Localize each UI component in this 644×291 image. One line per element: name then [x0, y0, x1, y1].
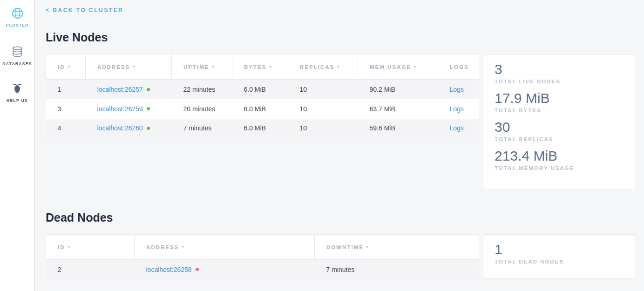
sort-arrow-icon: ▾	[68, 245, 71, 249]
summary-stat-total-memory-usage: 213.4 MiB TOTAL MEMORY USAGE	[495, 148, 624, 171]
cell-uptime: 22 minutes	[172, 80, 232, 99]
sidebar-item-cluster[interactable]: CLUSTER	[6, 6, 28, 27]
sidebar-item-help-us[interactable]: HELP US	[7, 81, 28, 103]
live-nodes-table: ID▾ ADDRESS▾ UPTIME▾ BYTES▾ REPLICAS▾ ME…	[46, 54, 479, 138]
col-header-address[interactable]: ADDRESS▾	[135, 235, 315, 260]
cell-replicas: 10	[288, 80, 358, 99]
col-header-replicas[interactable]: REPLICAS▾	[288, 54, 358, 80]
cell-address: localhost:26259	[86, 99, 172, 119]
dead-summary-card: 1 TOTAL DEAD NODES	[483, 234, 636, 278]
cell-replicas: 10	[288, 99, 358, 119]
col-header-id[interactable]: ID▾	[46, 235, 135, 260]
cell-id: 3	[46, 99, 86, 119]
summary-stat-total-dead-nodes: 1 TOTAL DEAD NODES	[495, 242, 624, 264]
cell-address: localhost:26260	[86, 119, 172, 138]
cell-logs: Logs	[438, 99, 479, 119]
cell-bytes: 6.0 MiB	[232, 80, 288, 99]
databases-icon	[9, 45, 25, 59]
dead-status-dot	[196, 268, 199, 271]
cell-mem-usage: 90.2 MiB	[358, 80, 438, 99]
dead-nodes-table: ID▾ ADDRESS▾ DOWNTIME▾ 2 localhost:26258…	[46, 234, 479, 279]
sort-arrow-icon: ▾	[366, 245, 369, 249]
sort-arrow-icon: ▾	[337, 65, 340, 69]
cell-uptime: 7 minutes	[172, 119, 232, 138]
stat-label: TOTAL DEAD NODES	[495, 259, 624, 264]
stat-value: 30	[495, 119, 624, 135]
sidebar-item-databases[interactable]: DATABASES	[2, 45, 32, 66]
stat-label: TOTAL LIVE NODES	[495, 79, 624, 84]
live-status-dot	[147, 88, 150, 91]
sidebar-item-label: DATABASES	[2, 61, 32, 66]
cell-bytes: 6.0 MiB	[232, 99, 288, 119]
table-row: 4 localhost:26260 7 minutes 6.0 MiB 10 5…	[46, 119, 479, 138]
cell-mem-usage: 63.7 MiB	[358, 99, 438, 119]
stat-value: 17.9 MiB	[495, 90, 624, 106]
cell-downtime: 7 minutes	[315, 260, 479, 279]
live-status-dot	[147, 107, 150, 110]
logs-link[interactable]: Logs	[450, 86, 464, 93]
sort-arrow-icon: ▾	[212, 65, 215, 69]
cell-uptime: 20 minutes	[172, 99, 232, 119]
col-header-address[interactable]: ADDRESS▾	[86, 54, 172, 80]
col-header-mem-usage[interactable]: MEM USAGE▾	[358, 54, 438, 80]
stat-label: TOTAL REPLICAS	[495, 136, 624, 142]
summary-stat-total-bytes: 17.9 MiB TOTAL BYTES	[495, 90, 624, 113]
table-row: 1 localhost:26257 22 minutes 6.0 MiB 10 …	[46, 80, 479, 99]
node-address-link[interactable]: localhost:26259	[97, 105, 143, 113]
stat-label: TOTAL BYTES	[495, 108, 624, 113]
sort-arrow-icon: ▾	[68, 65, 71, 69]
stat-label: TOTAL MEMORY USAGE	[495, 165, 624, 171]
dead-nodes-section: Dead Nodes ID▾ ADDRESS▾ DOWNTIME▾ 2 loc	[46, 211, 636, 279]
col-header-bytes[interactable]: BYTES▾	[232, 54, 288, 80]
cell-mem-usage: 59.6 MiB	[358, 119, 438, 138]
cell-logs: Logs	[438, 80, 479, 99]
node-address-link[interactable]: localhost:26260	[97, 124, 143, 132]
sort-arrow-icon: ▾	[414, 65, 417, 69]
col-header-downtime[interactable]: DOWNTIME▾	[315, 235, 479, 260]
logs-link[interactable]: Logs	[450, 105, 464, 113]
col-header-logs: LOGS	[438, 54, 479, 80]
sidebar: CLUSTER DATABASES HELP US	[0, 0, 35, 291]
cell-id: 4	[46, 119, 86, 138]
stat-value: 1	[495, 242, 624, 257]
cell-id: 2	[46, 260, 135, 279]
col-header-id[interactable]: ID▾	[46, 54, 86, 80]
summary-stat-total-live-nodes: 3 TOTAL LIVE NODES	[495, 61, 624, 84]
logs-link[interactable]: Logs	[450, 124, 464, 132]
node-address-link[interactable]: localhost:26257	[97, 86, 143, 93]
cell-address: localhost:26258	[135, 260, 315, 279]
dead-nodes-title: Dead Nodes	[46, 211, 636, 224]
live-status-dot	[147, 127, 150, 130]
col-header-uptime[interactable]: UPTIME▾	[172, 54, 232, 80]
table-row: 2 localhost:26258 7 minutes	[46, 260, 479, 279]
live-table-header-row: ID▾ ADDRESS▾ UPTIME▾ BYTES▾ REPLICAS▾ ME…	[46, 54, 479, 80]
cell-replicas: 10	[288, 119, 358, 138]
cell-address: localhost:26257	[86, 80, 172, 99]
globe-icon	[9, 6, 25, 20]
main-content: < BACK TO CLUSTER Live Nodes ID▾ ADDRESS…	[35, 0, 644, 279]
stat-value: 3	[495, 61, 624, 77]
back-to-cluster-link[interactable]: < BACK TO CLUSTER	[46, 7, 123, 14]
table-row: 3 localhost:26259 20 minutes 6.0 MiB 10 …	[46, 99, 479, 119]
cell-bytes: 6.0 MiB	[232, 119, 288, 138]
live-nodes-title: Live Nodes	[46, 31, 636, 44]
sort-arrow-icon: ▾	[133, 65, 136, 69]
sidebar-item-label: HELP US	[7, 98, 28, 103]
sidebar-item-label: CLUSTER	[6, 23, 28, 27]
dead-table-header-row: ID▾ ADDRESS▾ DOWNTIME▾	[46, 235, 479, 260]
cell-logs: Logs	[438, 119, 479, 138]
live-summary-card: 3 TOTAL LIVE NODES 17.9 MiB TOTAL BYTES …	[483, 54, 636, 190]
cockroach-icon	[9, 81, 25, 95]
sort-arrow-icon: ▾	[182, 245, 184, 249]
node-address-link[interactable]: localhost:26258	[146, 266, 192, 273]
stat-value: 213.4 MiB	[495, 148, 624, 164]
cell-id: 1	[46, 80, 86, 99]
summary-stat-total-replicas: 30 TOTAL REPLICAS	[495, 119, 624, 142]
sort-arrow-icon: ▾	[269, 65, 272, 69]
live-nodes-section: Live Nodes ID▾ ADDRESS▾ UPTIME▾ BYTES▾ R…	[46, 31, 636, 190]
